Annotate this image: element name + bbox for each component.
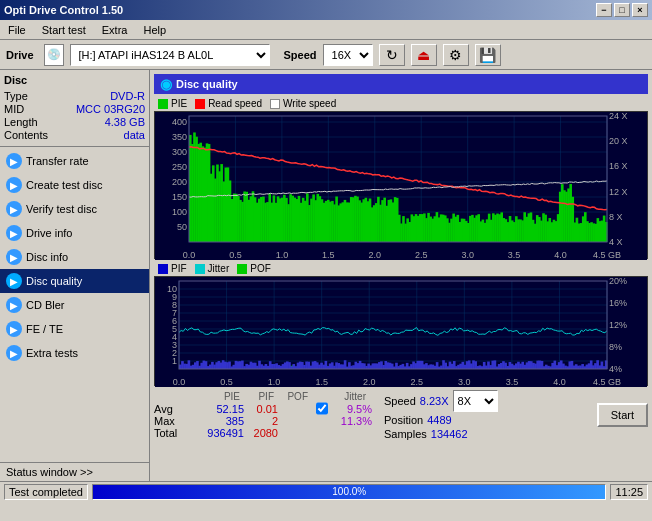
pof-legend-label: POF <box>250 263 271 274</box>
jitter-legend-box <box>195 264 205 274</box>
avg-label: Avg <box>154 403 190 415</box>
drive-icon: 💿 <box>44 44 64 66</box>
nav-disc-info-label: Disc info <box>26 251 68 263</box>
checkbox-placeholder <box>312 391 322 402</box>
write-speed-legend-label: Write speed <box>283 98 336 109</box>
total-label: Total <box>154 427 190 439</box>
pif-col-header: PIF <box>244 391 274 402</box>
read-speed-legend-box <box>195 99 205 109</box>
nav-verify-test-disc[interactable]: ▶ Verify test disc <box>0 197 149 221</box>
total-pie-value: 936491 <box>194 427 244 439</box>
menu-extra[interactable]: Extra <box>98 22 132 38</box>
nav-transfer-rate[interactable]: ▶ Transfer rate <box>0 149 149 173</box>
speed-stat-label: Speed <box>384 395 416 407</box>
nav-extra-tests-label: Extra tests <box>26 347 78 359</box>
nav-drive-info[interactable]: ▶ Drive info <box>0 221 149 245</box>
samples-stat-label: Samples <box>384 428 427 440</box>
pie-legend-label: PIE <box>171 98 187 109</box>
chart-title: Disc quality <box>176 78 238 90</box>
disc-length-value: 4.38 GB <box>105 116 145 128</box>
test-completed-label: Test completed <box>9 486 83 498</box>
save-button[interactable]: 💾 <box>475 44 501 66</box>
nav-cd-bler-label: CD Bler <box>26 299 65 311</box>
pie-legend-box <box>158 99 168 109</box>
disc-mid-value: MCC 03RG20 <box>76 103 145 115</box>
minimize-button[interactable]: − <box>596 3 612 17</box>
title-bar: Opti Drive Control 1.50 − □ × <box>0 0 652 20</box>
total-pif-value: 2080 <box>248 427 278 439</box>
disc-info-panel: Disc Type DVD-R MID MCC 03RG20 Length 4.… <box>0 70 149 147</box>
nav-create-test-disc-label: Create test disc <box>26 179 102 191</box>
fe-te-icon: ▶ <box>6 321 22 337</box>
window-controls: − □ × <box>596 3 648 17</box>
legend-pof: POF <box>237 263 271 274</box>
pof-legend-box <box>237 264 247 274</box>
speed-label: Speed <box>284 49 317 61</box>
progress-bar-fill: 100.0% <box>93 485 605 499</box>
settings-button[interactable]: ⚙ <box>443 44 469 66</box>
max-jitter-value: 11.3% <box>332 415 372 427</box>
legend-pie: PIE <box>158 98 187 109</box>
pif-legend-box <box>158 264 168 274</box>
menu-start-test[interactable]: Start test <box>38 22 90 38</box>
status-window-label: Status window >> <box>6 466 93 478</box>
avg-pie-value: 52.15 <box>194 403 244 415</box>
disc-length-label: Length <box>4 116 38 128</box>
speed-result-selector[interactable]: 8X <box>453 390 498 412</box>
close-button[interactable]: × <box>632 3 648 17</box>
write-speed-legend-box <box>270 99 280 109</box>
nav-extra-tests[interactable]: ▶ Extra tests <box>0 341 149 365</box>
time-display: 11:25 <box>615 486 643 498</box>
disc-info-icon: ▶ <box>6 249 22 265</box>
disc-contents-value: data <box>124 129 145 141</box>
nav-disc-quality-label: Disc quality <box>26 275 82 287</box>
start-button[interactable]: Start <box>597 403 648 427</box>
nav-disc-info[interactable]: ▶ Disc info <box>0 245 149 269</box>
app-title: Opti Drive Control 1.50 <box>4 4 123 16</box>
drive-bar: Drive 💿 [H:] ATAPI iHAS124 B AL0L Speed … <box>0 40 652 70</box>
speed-selector[interactable]: 16X <box>323 44 373 66</box>
pif-legend-label: PIF <box>171 263 187 274</box>
extra-tests-icon: ▶ <box>6 345 22 361</box>
create-test-disc-icon: ▶ <box>6 177 22 193</box>
read-speed-legend-label: Read speed <box>208 98 262 109</box>
maximize-button[interactable]: □ <box>614 3 630 17</box>
position-stat-value: 4489 <box>427 414 451 426</box>
disc-quality-icon: ▶ <box>6 273 22 289</box>
refresh-button[interactable]: ↻ <box>379 44 405 66</box>
disc-length-row: Length 4.38 GB <box>4 116 145 128</box>
position-stat-label: Position <box>384 414 423 426</box>
max-pie-value: 385 <box>194 415 244 427</box>
pie-col-header: PIE <box>190 391 240 402</box>
bottom-chart-canvas <box>155 277 647 387</box>
disc-section-title: Disc <box>4 74 145 86</box>
disc-contents-row: Contents data <box>4 129 145 141</box>
top-chart-legend: PIE Read speed Write speed <box>154 96 648 111</box>
time-pane: 11:25 <box>610 484 648 500</box>
jitter-legend-label: Jitter <box>208 263 230 274</box>
disc-type-row: Type DVD-R <box>4 90 145 102</box>
nav-fe-te[interactable]: ▶ FE / TE <box>0 317 149 341</box>
legend-jitter: Jitter <box>195 263 230 274</box>
drive-info-icon: ▶ <box>6 225 22 241</box>
bottom-chart <box>154 276 648 386</box>
progress-text: 100.0% <box>332 486 366 497</box>
eject-button[interactable]: ⏏ <box>411 44 437 66</box>
status-window-button[interactable]: Status window >> <box>0 462 149 481</box>
drive-selector[interactable]: [H:] ATAPI iHAS124 B AL0L <box>70 44 270 66</box>
nav-cd-bler[interactable]: ▶ CD Bler <box>0 293 149 317</box>
speed-stat-value: 8.23X <box>420 395 449 407</box>
legend-pif: PIF <box>158 263 187 274</box>
cd-bler-icon: ▶ <box>6 297 22 313</box>
test-completed-pane: Test completed <box>4 484 88 500</box>
jitter-checkbox[interactable] <box>316 402 328 415</box>
menu-help[interactable]: Help <box>139 22 170 38</box>
nav-fe-te-label: FE / TE <box>26 323 63 335</box>
main-area: Disc Type DVD-R MID MCC 03RG20 Length 4.… <box>0 70 652 481</box>
nav-create-test-disc[interactable]: ▶ Create test disc <box>0 173 149 197</box>
avg-jitter-value: 9.5% <box>332 403 372 415</box>
menu-bar: File Start test Extra Help <box>0 20 652 40</box>
menu-file[interactable]: File <box>4 22 30 38</box>
chart-area: ◉ Disc quality PIE Read speed Write spee… <box>150 70 652 481</box>
nav-disc-quality[interactable]: ▶ Disc quality <box>0 269 149 293</box>
